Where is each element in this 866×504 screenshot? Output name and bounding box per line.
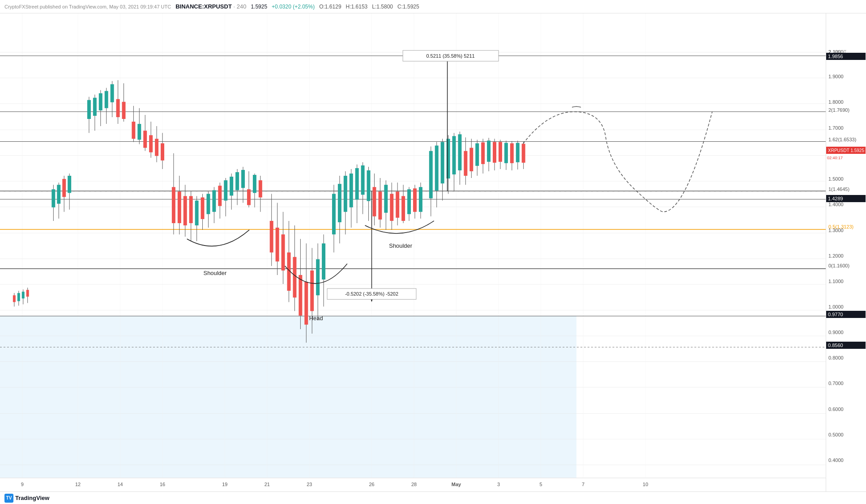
svg-text:1.7000: 1.7000 xyxy=(828,125,844,131)
svg-rect-51 xyxy=(26,290,29,296)
svg-text:23: 23 xyxy=(307,482,312,487)
svg-rect-189 xyxy=(481,142,485,164)
svg-rect-171 xyxy=(429,151,433,199)
svg-rect-101 xyxy=(212,190,216,212)
svg-text:1.8000: 1.8000 xyxy=(828,99,844,105)
svg-rect-55 xyxy=(57,185,60,203)
svg-rect-153 xyxy=(372,187,376,216)
svg-rect-127 xyxy=(293,257,296,298)
svg-text:14: 14 xyxy=(117,482,123,487)
svg-text:1.62(1.6533): 1.62(1.6533) xyxy=(828,137,856,142)
svg-text:3: 3 xyxy=(497,482,500,487)
svg-rect-197 xyxy=(504,143,508,163)
svg-rect-169 xyxy=(419,187,422,212)
svg-rect-133 xyxy=(310,271,314,311)
svg-rect-2 xyxy=(0,316,576,478)
svg-text:0.5000: 0.5000 xyxy=(828,432,844,437)
svg-rect-139 xyxy=(332,194,336,234)
svg-rect-95 xyxy=(195,201,199,225)
svg-rect-137 xyxy=(322,243,325,280)
chart-open: O:1.6129 xyxy=(319,4,341,10)
svg-rect-201 xyxy=(516,143,520,162)
svg-text:0.8560: 0.8560 xyxy=(828,343,843,348)
svg-rect-195 xyxy=(499,142,502,161)
svg-text:0.8000: 0.8000 xyxy=(828,355,844,360)
chart-source: CryptoFXStreet published on TradingView.… xyxy=(4,4,171,9)
svg-rect-99 xyxy=(206,194,210,214)
svg-rect-85 xyxy=(161,143,164,160)
svg-rect-135 xyxy=(316,259,320,296)
svg-rect-167 xyxy=(413,188,417,212)
svg-rect-129 xyxy=(299,275,302,316)
svg-text:10: 10 xyxy=(643,482,648,487)
svg-rect-93 xyxy=(189,196,193,223)
svg-rect-111 xyxy=(241,170,245,188)
svg-rect-179 xyxy=(452,136,456,174)
chart-current-price: 1.5925 xyxy=(251,4,267,10)
svg-rect-151 xyxy=(367,170,371,201)
top-bar: CryptoFXStreet published on TradingView.… xyxy=(0,0,866,13)
svg-rect-123 xyxy=(282,234,285,271)
svg-text:7: 7 xyxy=(582,482,584,487)
svg-rect-63 xyxy=(93,98,97,116)
svg-text:1.4000: 1.4000 xyxy=(828,202,844,207)
svg-rect-59 xyxy=(68,176,71,193)
svg-text:1.3000: 1.3000 xyxy=(828,228,844,233)
svg-text:Shoulder: Shoulder xyxy=(204,270,227,276)
svg-rect-115 xyxy=(253,175,256,193)
tv-logo-text: TradingView xyxy=(15,495,49,501)
svg-rect-103 xyxy=(218,186,222,206)
svg-rect-75 xyxy=(132,122,135,139)
svg-text:9: 9 xyxy=(21,482,24,487)
svg-rect-175 xyxy=(441,142,444,183)
svg-rect-121 xyxy=(276,228,279,262)
svg-text:1.9000: 1.9000 xyxy=(828,74,844,79)
svg-rect-69 xyxy=(111,84,114,102)
chart-container: CryptoFXStreet published on TradingView.… xyxy=(0,0,866,504)
svg-rect-131 xyxy=(304,282,308,325)
svg-rect-203 xyxy=(522,144,525,162)
svg-text:0.9770: 0.9770 xyxy=(828,312,843,317)
svg-rect-145 xyxy=(350,174,353,208)
svg-rect-77 xyxy=(137,124,141,140)
svg-text:19: 19 xyxy=(222,482,227,487)
svg-text:26: 26 xyxy=(369,482,374,487)
chart-price-change: +0.0320 (+2.05%) xyxy=(272,4,315,10)
svg-rect-71 xyxy=(116,99,120,117)
svg-rect-79 xyxy=(143,131,147,148)
svg-rect-155 xyxy=(378,191,382,220)
svg-text:1.4289: 1.4289 xyxy=(828,196,843,201)
svg-rect-149 xyxy=(361,165,365,195)
svg-rect-191 xyxy=(487,140,491,161)
tv-logo-icon: TV xyxy=(4,494,13,503)
chart-low: L:1.5800 xyxy=(372,4,393,10)
svg-rect-73 xyxy=(122,102,126,119)
svg-rect-65 xyxy=(99,93,102,110)
svg-text:Shoulder: Shoulder xyxy=(389,242,412,249)
chart-high: H:1.6153 xyxy=(346,4,368,10)
svg-text:XRPUSDT 1.5925: XRPUSDT 1.5925 xyxy=(828,148,864,153)
svg-rect-45 xyxy=(13,295,16,302)
svg-rect-109 xyxy=(235,172,239,190)
chart-area: -0.5202 (-35.58%) -5202 0.5211 (35.58%) … xyxy=(0,13,866,491)
svg-text:0(1.1600): 0(1.1600) xyxy=(828,263,849,268)
svg-rect-181 xyxy=(458,134,461,170)
main-chart[interactable]: -0.5202 (-35.58%) -5202 0.5211 (35.58%) … xyxy=(0,13,826,491)
svg-text:1.0000: 1.0000 xyxy=(828,304,844,309)
svg-rect-165 xyxy=(407,189,411,214)
svg-rect-81 xyxy=(149,135,153,152)
svg-rect-47 xyxy=(17,293,20,301)
svg-text:02:40:17: 02:40:17 xyxy=(827,156,843,160)
svg-text:1.9856: 1.9856 xyxy=(828,54,843,59)
svg-rect-83 xyxy=(155,139,158,156)
svg-text:Head: Head xyxy=(309,315,323,322)
svg-rect-187 xyxy=(475,143,479,165)
svg-text:1.5000: 1.5000 xyxy=(828,176,844,182)
svg-rect-177 xyxy=(447,139,450,178)
svg-text:12: 12 xyxy=(75,482,81,487)
tradingview-logo: TV TradingView xyxy=(4,494,49,503)
svg-text:0.7000: 0.7000 xyxy=(828,381,844,386)
svg-rect-67 xyxy=(105,91,108,108)
svg-rect-159 xyxy=(390,194,393,221)
svg-text:2(1.7690): 2(1.7690) xyxy=(828,107,849,113)
